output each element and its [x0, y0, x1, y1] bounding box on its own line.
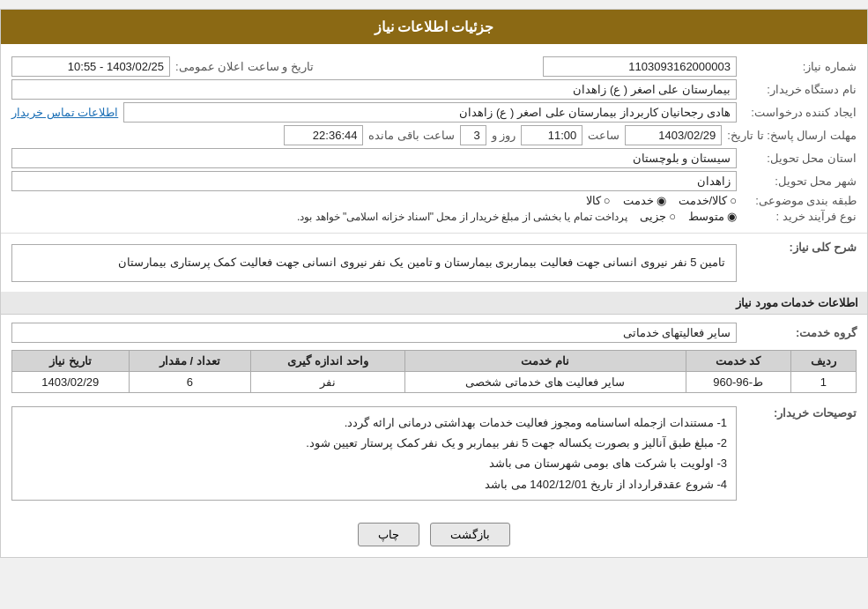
- ostan-label: استان محل تحویل:: [742, 152, 857, 165]
- noe-jozi[interactable]: ○ جزیی: [640, 210, 676, 223]
- tabaghe-kala-khedmat[interactable]: ○ کالا/خدمت: [679, 194, 737, 207]
- radio-kala: ○: [604, 194, 611, 207]
- toseye-item: 2- مبلغ طبق آنالیز و بصورت یکساله جهت 5 …: [21, 433, 727, 453]
- noe-jozi-label: جزیی: [640, 210, 666, 223]
- noe-motovaset-label: متوسط: [688, 210, 724, 223]
- tabaghe-khedmat-label: خدمت: [623, 194, 654, 207]
- cell-nam: سایر فعالیت های خدماتی شخصی: [404, 371, 686, 392]
- table-row: 1ط-96-960سایر فعالیت های خدماتی شخصینفر6…: [12, 371, 857, 392]
- shomareNiaz-value: 1103093162000003: [543, 56, 737, 77]
- mohlat-roz: 3: [460, 125, 486, 145]
- groheKhedmat-label: گروه خدمت:: [742, 326, 857, 339]
- col-tarikh: تاریخ نیاز: [12, 350, 130, 371]
- shomareNiaz-label: شماره نیاز:: [742, 60, 857, 73]
- cell-kod: ط-96-960: [686, 371, 790, 392]
- ostan-value: سیستان و بلوچستان: [11, 148, 737, 168]
- toseye-content: 1- مستندات ازجمله اساسنامه ومجوز فعالیت …: [11, 406, 737, 501]
- back-button[interactable]: بازگشت: [430, 523, 510, 546]
- mohlat-saat: 11:00: [521, 125, 582, 145]
- tabaghe-radiogroup: ○ کالا/خدمت ◉ خدمت ○ کالا: [586, 194, 737, 207]
- toseye-item: 1- مستندات ازجمله اساسنامه ومجوز فعالیت …: [21, 412, 727, 433]
- sharhKoli-label: شرح کلی نیاز:: [742, 241, 857, 254]
- col-radif: ردیف: [790, 350, 856, 371]
- sharhKoli-value: تامین 5 نفر نیروی انسانی جهت فعالیت بیما…: [11, 244, 737, 282]
- radio-jozi: ○: [669, 210, 676, 223]
- saat-label: ساعت: [588, 129, 619, 142]
- mohlat-date: 1403/02/29: [625, 125, 722, 145]
- ijadKonande-label: ایجاد کننده درخواست:: [742, 106, 857, 119]
- tarikh-value: 1403/02/25 - 10:55: [11, 56, 170, 77]
- noeFarayand-desc: پرداخت تمام یا بخشی از مبلغ خریدار از مح…: [297, 211, 627, 223]
- col-kod: کد خدمت: [686, 350, 790, 371]
- baghimande-value: 22:36:44: [284, 125, 363, 145]
- tabaghe-khedmat[interactable]: ◉ خدمت: [623, 194, 666, 207]
- radio-khedmat: ◉: [657, 194, 666, 207]
- shahr-label: شهر محل تحویل:: [742, 175, 857, 188]
- namDastgah-label: نام دستگاه خریدار:: [742, 83, 857, 96]
- tabaghe-kala[interactable]: ○ کالا: [586, 194, 611, 207]
- toseye-item: 4- شروع عقدقرارداد از تاریخ 1402/12/01 م…: [21, 474, 727, 494]
- col-tedad: تعداد / مقدار: [129, 350, 251, 371]
- tabaghe-label: طبقه بندی موضوعی:: [742, 194, 857, 207]
- cell-tedad: 6: [129, 371, 251, 392]
- col-vahed: واحد اندازه گیری: [251, 350, 405, 371]
- col-nam: نام خدمت: [404, 350, 686, 371]
- toseye-label: توصیحات خریدار:: [742, 406, 857, 420]
- ijadKonande-value: هادی رجحانیان کاربرداز بیمارستان علی اصغ…: [123, 102, 737, 123]
- radio-kala-khedmat: ○: [730, 194, 737, 207]
- cell-vahed: نفر: [251, 371, 405, 392]
- footer-buttons: بازگشت چاپ: [1, 512, 867, 557]
- shahr-value: زاهدان: [11, 171, 737, 191]
- noeFarayand-label: نوع فرآیند خرید :: [742, 210, 857, 223]
- mohlat-label: مهلت ارسال پاسخ: تا تاریخ:: [727, 129, 857, 142]
- namDastgah-value: بیمارستان علی اصغر ( ع) زاهدان: [11, 79, 737, 100]
- groheKhedmat-value: سایر فعالیتهای خدماتی: [11, 323, 737, 343]
- print-button[interactable]: چاپ: [358, 523, 419, 546]
- tabaghe-kala-khedmat-label: کالا/خدمت: [679, 194, 728, 207]
- noeFarayand-radiogroup: ◉ متوسط ○ جزیی: [640, 210, 737, 223]
- baghimande-label: ساعت باقی مانده: [368, 129, 454, 142]
- ettelaat-link[interactable]: اطلاعات تماس خریدار: [11, 106, 118, 119]
- cell-radif: 1: [790, 371, 856, 392]
- tarikh-label: تاریخ و ساعت اعلان عمومی:: [175, 60, 314, 73]
- roz-label: روز و: [492, 129, 516, 142]
- cell-tarikh: 1403/02/29: [12, 371, 130, 392]
- noe-motovaset[interactable]: ◉ متوسط: [688, 210, 737, 223]
- radio-motovaset: ◉: [727, 210, 737, 223]
- page-title: جزئیات اطلاعات نیاز: [1, 10, 867, 44]
- services-table: ردیف کد خدمت نام خدمت واحد اندازه گیری ت…: [11, 350, 857, 393]
- toseye-item: 3- اولویت با شرکت های بومی شهرستان می با…: [21, 453, 727, 473]
- tabaghe-kala-label: کالا: [586, 194, 601, 207]
- khadamat-title: اطلاعات خدمات مورد نیاز: [1, 292, 867, 315]
